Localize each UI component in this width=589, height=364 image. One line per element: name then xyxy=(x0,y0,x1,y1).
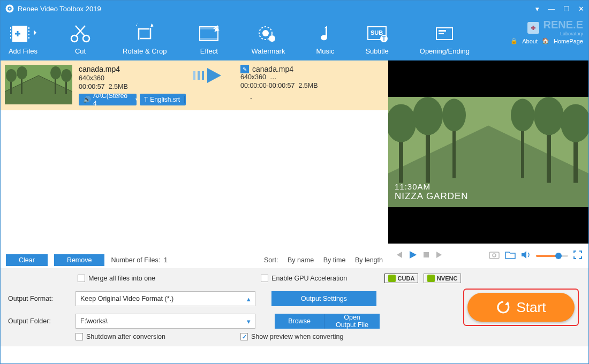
close-button[interactable]: ✕ xyxy=(578,5,584,13)
clear-button[interactable]: Clear xyxy=(6,254,48,266)
gpu-checkbox[interactable]: Enable GPU Acceleration xyxy=(261,275,347,282)
svg-point-15 xyxy=(83,35,89,42)
snapshot-button[interactable] xyxy=(489,251,500,261)
toolbar-rotate-crop[interactable]: Rotate & Crop xyxy=(123,22,167,55)
svg-point-20 xyxy=(262,30,269,36)
file-resolution: 640x360 xyxy=(79,74,186,82)
svg-point-47 xyxy=(442,99,466,132)
file-name: canada.mp4 xyxy=(79,65,186,73)
minimize-button[interactable]: — xyxy=(548,5,555,13)
svg-point-14 xyxy=(71,35,78,42)
svg-rect-8 xyxy=(10,34,11,35)
fullscreen-button[interactable] xyxy=(573,251,582,261)
maximize-button[interactable]: ☐ xyxy=(563,5,570,13)
chevron-up-icon: ▴ xyxy=(247,295,251,303)
refresh-icon xyxy=(496,300,510,314)
output-settings-button[interactable]: Output Settings xyxy=(271,291,376,306)
dropdown-icon[interactable]: ▾ xyxy=(535,5,539,13)
output-file-name: ✎ canada.mp4 xyxy=(240,65,384,73)
output-folder-select[interactable]: F:\works\ ▾ xyxy=(75,314,255,329)
volume-icon[interactable] xyxy=(521,251,531,261)
add-files-icon xyxy=(8,22,38,45)
toolbar-music[interactable]: Music xyxy=(316,22,334,55)
output-format-select[interactable]: Keep Original Video Format (*.) ▴ xyxy=(75,291,255,306)
shutdown-checkbox[interactable]: Shutdown after conversion xyxy=(75,333,165,340)
title-bar: Renee Video Toolbox 2019 ▾ — ☐ ✕ xyxy=(1,1,588,17)
music-icon xyxy=(316,22,334,45)
file-row[interactable]: canada.mp4 640x360 00:00:57 2.5MB 🔊 AAC(… xyxy=(1,60,388,110)
preview-video[interactable]: 11:30AM NIZZA GARDEN xyxy=(388,60,588,244)
volume-slider[interactable] xyxy=(536,255,568,257)
edit-icon[interactable]: ✎ xyxy=(240,65,249,73)
next-button[interactable] xyxy=(435,251,444,261)
sort-by-length[interactable]: By length xyxy=(355,256,383,264)
home-icon: 🏠 xyxy=(542,37,549,44)
sort-by-name[interactable]: By name xyxy=(288,256,314,264)
chevron-down-icon[interactable]: ▾ xyxy=(132,96,137,103)
svg-rect-18 xyxy=(200,38,218,41)
subtitle-icon: SUBT xyxy=(366,22,388,45)
svg-point-35 xyxy=(17,66,27,79)
remove-button[interactable]: Remove xyxy=(54,254,105,266)
start-button[interactable]: Start xyxy=(467,293,575,322)
effect-icon xyxy=(198,22,220,45)
file-duration-size: 00:00:57 2.5MB xyxy=(79,83,186,90)
output-resolution: 640x360 … xyxy=(240,73,384,81)
homepage-link[interactable]: HomePage xyxy=(554,38,583,44)
browse-button[interactable]: Browse xyxy=(275,314,324,329)
svg-rect-26 xyxy=(439,30,446,32)
toolbar-effect[interactable]: Effect xyxy=(198,22,220,55)
app-title: Renee Video Toolbox 2019 xyxy=(18,5,101,13)
svg-rect-7 xyxy=(10,31,11,32)
svg-rect-13 xyxy=(28,37,29,39)
sort-by-time[interactable]: By time xyxy=(323,256,346,264)
subtitle-pill[interactable]: T English.srt▾ xyxy=(140,94,186,105)
svg-text:SUB: SUB xyxy=(371,29,383,36)
prev-button[interactable] xyxy=(395,251,403,261)
toolbar-subtitle[interactable]: SUBT Subtitle xyxy=(365,22,388,55)
toolbar-opening-ending[interactable]: Opening/Ending xyxy=(420,22,470,55)
toolbar-label: Watermark xyxy=(251,47,285,55)
svg-rect-55 xyxy=(489,252,499,259)
toolbar-label: Effect xyxy=(200,47,218,55)
audio-pill[interactable]: 🔊 AAC(Stereo 4▾ xyxy=(79,94,137,105)
svg-rect-11 xyxy=(28,31,29,32)
toolbar-watermark[interactable]: Watermark xyxy=(251,22,285,55)
bottom-panel: Merge all files into one Enable GPU Acce… xyxy=(1,268,588,346)
svg-point-56 xyxy=(493,254,496,257)
stop-button[interactable] xyxy=(422,251,430,261)
toolbar-add-files[interactable]: Add Files xyxy=(8,22,38,55)
play-button[interactable] xyxy=(409,251,417,261)
lock-icon: 🔒 xyxy=(510,37,518,44)
chevron-down-icon[interactable]: ▾ xyxy=(184,96,186,103)
nvenc-badge: NVENC xyxy=(424,274,462,283)
toolbar-label: Add Files xyxy=(9,47,37,55)
file-list: canada.mp4 640x360 00:00:57 2.5MB 🔊 AAC(… xyxy=(1,60,388,252)
svg-point-36 xyxy=(50,66,61,79)
svg-rect-12 xyxy=(28,34,29,35)
svg-point-45 xyxy=(413,97,443,135)
open-output-button[interactable]: Open Output File xyxy=(324,314,380,329)
about-link[interactable]: About xyxy=(522,38,538,44)
toolbar-label: Rotate & Crop xyxy=(123,47,167,55)
preview-playbar xyxy=(388,244,588,268)
svg-rect-6 xyxy=(10,27,11,29)
main-toolbar: Add Files Cut Rotate & Crop Effect Water… xyxy=(1,17,588,60)
show-preview-checkbox[interactable]: Show preview when converting xyxy=(240,333,343,340)
preview-panel: 11:30AM NIZZA GARDEN xyxy=(388,60,588,268)
merge-checkbox[interactable]: Merge all files into one xyxy=(78,275,155,282)
start-highlight: Start xyxy=(463,289,579,326)
watermark-icon xyxy=(257,22,280,45)
cut-icon xyxy=(69,22,92,45)
svg-rect-10 xyxy=(28,27,29,29)
output-folder-label: Output Folder: xyxy=(8,317,70,325)
open-folder-button[interactable] xyxy=(505,251,516,261)
svg-rect-9 xyxy=(10,37,11,39)
preview-overlay-text: 11:30AM NIZZA GARDEN xyxy=(395,182,469,202)
toolbar-cut[interactable]: Cut xyxy=(69,22,92,55)
toolbar-label: Music xyxy=(316,47,334,55)
svg-point-51 xyxy=(534,97,564,135)
svg-rect-40 xyxy=(202,71,204,80)
list-controls: Clear Remove Number of Files: 1 Sort: By… xyxy=(1,252,388,268)
output-placeholder: - xyxy=(240,95,262,102)
